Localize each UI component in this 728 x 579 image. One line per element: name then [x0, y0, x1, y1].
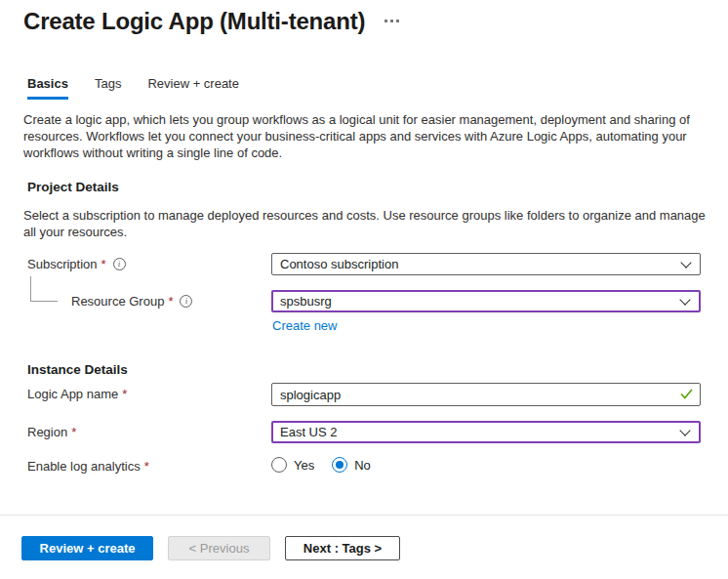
valid-check-icon: [680, 389, 693, 399]
required-asterisk: *: [71, 425, 76, 439]
logic-app-name-label: Logic App name *: [0, 383, 271, 401]
resource-group-dropdown[interactable]: spsbusrg: [271, 290, 701, 312]
intro-text: Create a logic app, which lets you group…: [23, 111, 707, 161]
info-icon[interactable]: i: [180, 295, 192, 308]
region-dropdown[interactable]: East US 2: [271, 421, 701, 443]
required-asterisk: *: [168, 294, 173, 309]
subscription-label: Subscription * i: [0, 253, 271, 271]
chevron-down-icon: [680, 257, 691, 268]
create-new-link[interactable]: Create new: [272, 318, 337, 333]
previous-button[interactable]: < Previous: [168, 536, 270, 560]
required-asterisk: *: [144, 459, 149, 474]
info-icon[interactable]: i: [113, 258, 126, 270]
page-title: Create Logic App (Multi-tenant): [23, 8, 365, 35]
enable-log-analytics-label: Enable log analytics *: [0, 456, 271, 474]
subscription-dropdown[interactable]: Contoso subscription: [271, 253, 701, 275]
project-details-description: Select a subscription to manage deployed…: [23, 207, 708, 240]
resource-group-label: Resource Group * i: [0, 290, 271, 309]
subscription-value: Contoso subscription: [280, 257, 398, 271]
resource-group-row: Resource Group * i spsbusrg: [0, 290, 728, 312]
tab-review-create[interactable]: Review + create: [147, 76, 239, 100]
log-analytics-radio-group: Yes No: [271, 456, 701, 473]
chevron-down-icon: [679, 425, 690, 435]
tab-basics[interactable]: Basics: [27, 76, 68, 100]
review-create-button[interactable]: Review + create: [21, 536, 153, 560]
region-value: East US 2: [280, 425, 338, 439]
tab-strip: Basics Tags Review + create: [27, 76, 265, 100]
logic-app-name-row: Logic App name *: [0, 383, 728, 406]
radio-yes-circle[interactable]: [271, 457, 287, 473]
radio-no-circle[interactable]: [332, 457, 347, 473]
region-label: Region *: [0, 421, 271, 439]
enable-log-analytics-row: Enable log analytics * Yes No: [0, 456, 728, 474]
required-asterisk: *: [101, 257, 106, 271]
logic-app-name-input[interactable]: [271, 383, 701, 406]
footer-action-bar: Review + create < Previous Next : Tags >: [0, 515, 728, 579]
create-logic-app-page: Create Logic App (Multi-tenant) Basics T…: [0, 0, 728, 579]
subscription-row: Subscription * i Contoso subscription: [0, 253, 728, 275]
radio-yes[interactable]: Yes: [271, 457, 314, 473]
region-row: Region * East US 2: [0, 421, 728, 443]
project-details-heading: Project Details: [27, 180, 119, 194]
chevron-down-icon: [679, 294, 690, 305]
required-asterisk: *: [122, 387, 127, 401]
more-options-icon[interactable]: [379, 12, 404, 29]
tab-tags[interactable]: Tags: [95, 76, 121, 100]
instance-details-heading: Instance Details: [27, 362, 128, 377]
radio-no[interactable]: No: [332, 457, 371, 473]
next-tags-button[interactable]: Next : Tags >: [285, 536, 400, 560]
resource-group-value: spsbusrg: [280, 294, 332, 309]
